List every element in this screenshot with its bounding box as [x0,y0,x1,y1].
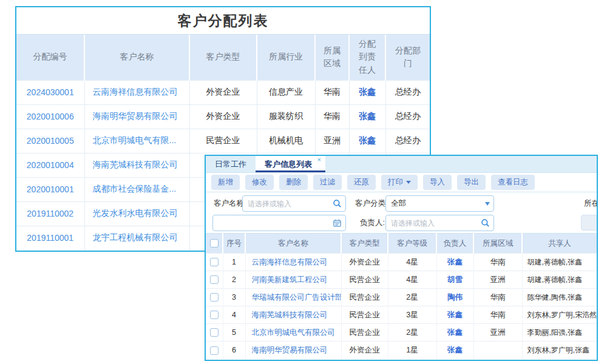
col-region: 所属区域 [315,35,349,80]
tab-bar: 日常工作 客户信息列表 × [206,156,597,173]
select-all-checkbox[interactable] [210,239,219,248]
table-row: 2020010005 北京市明城电气有限... 民营企业 机械机电 亚洲 张鑫 … [16,129,430,153]
chevron-down-icon [485,202,490,206]
col-customer-name: 客户名称 [84,35,189,80]
search-icon[interactable] [481,218,490,228]
chevron-down-icon [406,181,411,184]
customer-header-row: 序号 客户名称 客户类型 客户等级 负责人 所属区域 共享人 [206,234,597,254]
table-row: 1 云南海祥信息有限公司 外资企业 4星 张鑫 华南 胡建,蒋德帧,张鑫 [206,254,597,271]
col-alloc-id: 分配编号 [16,35,84,80]
owner-link[interactable]: 张鑫 [447,258,463,266]
col-owner: 负责人 [436,234,473,254]
clipped-region-label: 所在 [584,195,598,212]
alloc-id-link[interactable]: 2020010001 [27,184,74,194]
customer-name-link[interactable]: 海南芜城科技有限公司 [93,160,178,169]
customer-name-link[interactable]: 海南明华贸易有限公司 [93,111,178,121]
row-checkbox[interactable] [210,275,219,284]
close-icon[interactable]: × [317,157,321,163]
customer-name-link[interactable]: 云南海祥信息有限公司 [252,258,328,266]
owner-link[interactable]: 张鑫 [447,328,463,337]
customer-name-link[interactable]: 北京市明城电气有限... [93,135,177,145]
customer-category-select[interactable]: 全部 [385,195,494,212]
page: 客户分配列表 分配编号 客户名称 客户类型 所属行业 所属区域 分配到责任人 分… [0,0,607,364]
table-row: 2020010006 海南明华贸易有限公司 外资企业 服装纺织 华南 张鑫 总经… [16,104,430,129]
search-icon[interactable] [333,199,342,208]
view-log-button[interactable]: 查看日志 [491,175,535,190]
restore-button[interactable]: 还原 [347,175,376,190]
customer-name-link[interactable]: 龙宇工程机械有限公司 [93,232,178,242]
customer-category-label: 客户分类: [355,195,387,212]
customer-name-link[interactable]: 海南芜城科技有限公司 [252,311,328,319]
owner-link[interactable]: 张鑫 [359,87,376,96]
owner-label: 负责人: [360,215,385,231]
col-customer-type: 客户类型 [189,35,257,80]
customer-name-link[interactable]: 华瑞城有限公司广告设计部 [252,293,342,302]
owner-link[interactable]: 张鑫 [447,346,463,354]
row-checkbox[interactable] [210,311,219,319]
customer-table: 序号 客户名称 客户类型 客户等级 负责人 所属区域 共享人 1 云南海祥信息有… [206,233,597,359]
col-customer-grade: 客户等级 [388,234,436,254]
table-row: 3 华瑞城有限公司广告设计部 民营企业 2星 陶伟 华南 陈华健,陶伟,张鑫 [206,289,597,306]
date-field [212,215,346,231]
delete-button[interactable]: 删除 [279,175,308,190]
tab-daily-work[interactable]: 日常工作 [206,156,256,172]
edit-button[interactable]: 修改 [245,175,274,190]
alloc-id-link[interactable]: 2024030001 [27,87,74,97]
toolbar: 新增 修改 删除 过滤 还原 打印 导入 导出 查看日志 [206,173,597,192]
print-button[interactable]: 打印 [381,175,418,190]
row-checkbox[interactable] [210,328,219,337]
customer-name-link[interactable]: 云南海祥信息有限公司 [93,87,178,96]
col-index: 序号 [223,234,245,254]
table-row: 5 北京市明城电气有限公司 民营企业 2星 张鑫 亚洲 李勤丽,阳强,张鑫 [206,324,597,342]
row-checkbox[interactable] [210,293,219,302]
customer-name-link[interactable]: 光发水利水电有限公司 [93,208,178,218]
owner-link[interactable]: 张鑫 [447,311,463,319]
table-row: 4 海南芜城科技有限公司 民营企业 3星 张鑫 华南 刘东林,罗广明,宋浩然,张… [206,306,597,324]
alloc-id-link[interactable]: 2020010005 [27,136,74,146]
table-row: 2 河南美新建筑工程公司 民营企业 4星 胡雪 亚洲 胡建,蒋德帧,张鑫 [206,271,597,289]
alloc-id-link[interactable]: 2019110002 [27,209,73,218]
table-row: 6 海南明华贸易有限公司 外资企业 1星 张鑫 刘东林,罗广明,张鑫 [206,342,597,359]
row-checkbox[interactable] [210,258,219,266]
customer-name-label: 客户名称: [214,195,246,212]
owner-link[interactable]: 胡雪 [447,275,463,284]
customer-name-search [242,195,346,212]
owner-link[interactable]: 张鑫 [359,111,376,121]
customer-name-link[interactable]: 河南美新建筑工程公司 [252,275,328,284]
export-button[interactable]: 导出 [457,175,486,190]
owner-link[interactable]: 张鑫 [359,135,376,145]
col-customer-name: 客户名称 [245,234,341,254]
col-customer-type: 客户类型 [341,234,388,254]
owner-search [385,215,494,231]
col-industry: 所属行业 [257,35,315,80]
col-shared: 共享人 [522,234,597,254]
alloc-id-link[interactable]: 2020010006 [27,112,74,121]
alloc-id-link[interactable]: 2020010004 [27,160,74,170]
page-title: 客户分配列表 [16,7,430,35]
owner-input[interactable] [391,219,481,228]
col-assigned-owner: 分配到责任人 [349,35,385,80]
col-dept: 分配部门 [385,35,430,80]
filter-area: 客户名称: 客户分类: 全部 所在 [206,192,597,233]
customer-name-link[interactable]: 北京市明城电气有限公司 [252,328,336,337]
customer-name-link[interactable]: 海南明华贸易有限公司 [252,346,328,354]
customer-info-panel: 日常工作 客户信息列表 × 新增 修改 删除 过滤 还原 打印 导入 导出 查看… [205,155,598,361]
clipped-field-stub [581,215,598,231]
calendar-icon[interactable] [333,218,342,228]
filter-button[interactable]: 过滤 [313,175,342,190]
tab-customer-info-list[interactable]: 客户信息列表 × [256,156,325,172]
allocation-header-row: 分配编号 客户名称 客户类型 所属行业 所属区域 分配到责任人 分配部门 [16,35,430,80]
customer-name-input[interactable] [248,200,333,208]
row-checkbox[interactable] [210,346,219,355]
import-button[interactable]: 导入 [423,175,452,190]
col-region: 所属区域 [473,234,522,254]
owner-link[interactable]: 陶伟 [447,293,463,302]
alloc-id-link[interactable]: 2019110001 [27,233,73,243]
table-row: 2024030001 云南海祥信息有限公司 外资企业 信息产业 华南 张鑫 总经… [16,80,430,104]
add-button[interactable]: 新增 [211,175,240,190]
date-input[interactable] [218,219,333,228]
customer-name-link[interactable]: 成都市社会保险基金... [93,184,177,194]
